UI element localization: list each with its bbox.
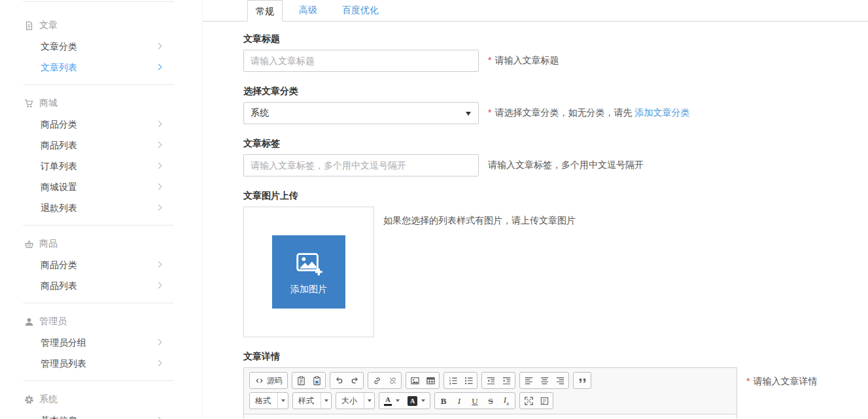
- format-combo[interactable]: 格式: [249, 392, 288, 409]
- align-right-button[interactable]: [552, 373, 568, 388]
- caret-down-icon: [281, 399, 285, 402]
- sidebar-group-admin[interactable]: 管理员: [23, 311, 174, 332]
- show-blocks-button[interactable]: [536, 394, 552, 409]
- chevron-right-icon: [156, 261, 162, 268]
- article-tags-label: 文章标签: [243, 137, 868, 149]
- ordered-list-button[interactable]: [445, 373, 460, 388]
- sidebar-item-goods-category[interactable]: 商品分类: [23, 254, 174, 275]
- article-category-select[interactable]: 系统: [243, 102, 479, 124]
- sidebar-group-article[interactable]: 文章: [23, 15, 174, 36]
- article-image-field: 文章图片上传 添加图片 如果您选择的列表样式有图片，请上传文章图片: [243, 190, 868, 337]
- sidebar-group-mall[interactable]: 商城: [23, 93, 174, 114]
- required-mark: *: [488, 107, 491, 118]
- image-upload-box: 添加图片: [243, 207, 374, 337]
- bold-button[interactable]: B: [436, 394, 451, 409]
- editor-toolbar-row-2: 格式 样式 大小: [249, 392, 731, 409]
- sidebar-item-label: 商品列表: [41, 140, 77, 150]
- sidebar-item-goods-list[interactable]: 商品列表: [23, 275, 174, 296]
- caret-down-icon: [368, 399, 372, 402]
- sidebar-group-goods[interactable]: 商品: [23, 233, 174, 254]
- remove-format-button[interactable]: Ix: [498, 394, 514, 409]
- align-center-button[interactable]: [536, 373, 552, 388]
- add-category-link[interactable]: 添加文章分类: [634, 107, 689, 118]
- sidebar-item-mall-settings[interactable]: 商城设置: [23, 176, 174, 197]
- sidebar: 文章 文章分类 文章列表 商城 商品分类 商品列表 订单列表: [0, 0, 203, 419]
- caret-down-icon: [421, 399, 425, 402]
- undo-button[interactable]: [331, 373, 347, 388]
- indent-button[interactable]: [498, 373, 514, 388]
- italic-button[interactable]: I: [451, 394, 467, 409]
- sidebar-item-admin-group[interactable]: 管理员分组: [23, 332, 174, 353]
- chevron-right-icon: [156, 339, 162, 346]
- combo-arrow: [321, 393, 331, 409]
- article-icon: [24, 21, 34, 31]
- chevron-right-icon: [156, 282, 162, 289]
- blockquote-button[interactable]: [574, 373, 590, 388]
- toolbar-group-align: [519, 372, 569, 389]
- paste-button[interactable]: [293, 373, 309, 388]
- sidebar-item-mall-goods-list[interactable]: 商品列表: [23, 135, 174, 156]
- format-combo-label: 格式: [250, 395, 277, 407]
- style-combo[interactable]: 样式: [292, 392, 332, 409]
- indent-icon: [502, 376, 512, 386]
- sidebar-group-label: 系统: [39, 394, 58, 405]
- undo-icon: [334, 376, 344, 386]
- size-combo[interactable]: 大小: [336, 392, 375, 409]
- sidebar-group-label: 商城: [39, 97, 58, 109]
- insert-image-button[interactable]: [407, 373, 423, 388]
- paste-from-word-button[interactable]: [309, 373, 324, 388]
- background-color-button[interactable]: A: [404, 394, 429, 409]
- paste-word-icon: [312, 376, 322, 386]
- chevron-right-icon: [156, 142, 162, 148]
- source-button[interactable]: 源码: [251, 373, 286, 388]
- sidebar-item-article-category[interactable]: 文章分类: [23, 36, 174, 57]
- article-category-field: 选择文章分类 系统 *请选择文章分类，如无分类，请先添加文章分类: [243, 85, 868, 124]
- article-tags-input[interactable]: [243, 154, 479, 176]
- required-mark: *: [746, 376, 750, 386]
- outdent-button[interactable]: [483, 373, 498, 388]
- toolbar-group-insert: [406, 372, 440, 389]
- toolbar-group-tools: [519, 392, 553, 409]
- tab-baidu-seo[interactable]: 百度优化: [334, 0, 387, 21]
- unlink-button[interactable]: [385, 373, 400, 388]
- strikethrough-button[interactable]: S: [483, 394, 498, 409]
- required-mark: *: [488, 55, 491, 65]
- sidebar-item-order-list[interactable]: 订单列表: [23, 156, 174, 176]
- tab-advanced[interactable]: 高级: [290, 0, 326, 21]
- chevron-right-icon: [156, 163, 162, 169]
- editor-content-area[interactable]: [244, 414, 737, 419]
- redo-button[interactable]: [347, 373, 362, 388]
- bulleted-list-button[interactable]: [460, 373, 476, 388]
- tab-general[interactable]: 常规: [247, 0, 283, 22]
- sidebar-group-system[interactable]: 系统: [23, 389, 174, 410]
- sidebar-item-basic-info[interactable]: 基本信息: [23, 410, 174, 419]
- sidebar-item-mall-goods-category[interactable]: 商品分类: [23, 114, 174, 135]
- sidebar-section-system: 系统 基本信息: [23, 380, 174, 419]
- article-image-label: 文章图片上传: [243, 190, 868, 201]
- maximize-button[interactable]: [521, 394, 536, 409]
- add-image-button[interactable]: 添加图片: [272, 235, 345, 309]
- sidebar-item-article-list[interactable]: 文章列表: [23, 57, 174, 78]
- article-title-input[interactable]: [243, 50, 479, 72]
- caret-down-icon: [324, 399, 328, 402]
- sidebar-item-label: 商品列表: [41, 280, 77, 291]
- article-category-label: 选择文章分类: [243, 85, 868, 97]
- sidebar-section-goods: 商品 商品分类 商品列表: [23, 225, 174, 303]
- link-button[interactable]: [369, 373, 385, 388]
- article-tags-hint: 请输入文章标签，多个用中文逗号隔开: [488, 159, 644, 171]
- toolbar-group-colors: A A: [379, 392, 430, 409]
- form: 文章标题 *请输入文章标题 选择文章分类 系统 *请选择文章分类，如无分类，请先…: [203, 22, 868, 419]
- text-color-button[interactable]: A: [380, 394, 404, 409]
- align-left-button[interactable]: [521, 373, 536, 388]
- sidebar-item-admin-list[interactable]: 管理员列表: [23, 353, 174, 374]
- show-blocks-icon: [540, 396, 549, 406]
- sidebar-item-refund-list[interactable]: 退款列表: [23, 197, 174, 218]
- background-color-icon: A: [408, 396, 417, 406]
- underline-button[interactable]: U: [467, 394, 483, 409]
- toolbar-group-quote: [573, 372, 591, 389]
- mall-icon: [24, 99, 34, 109]
- toolbar-group-paste: [292, 372, 326, 389]
- insert-table-button[interactable]: [423, 373, 438, 388]
- sidebar-group-label: 商品: [39, 238, 58, 250]
- sidebar-item-label: 订单列表: [41, 161, 77, 171]
